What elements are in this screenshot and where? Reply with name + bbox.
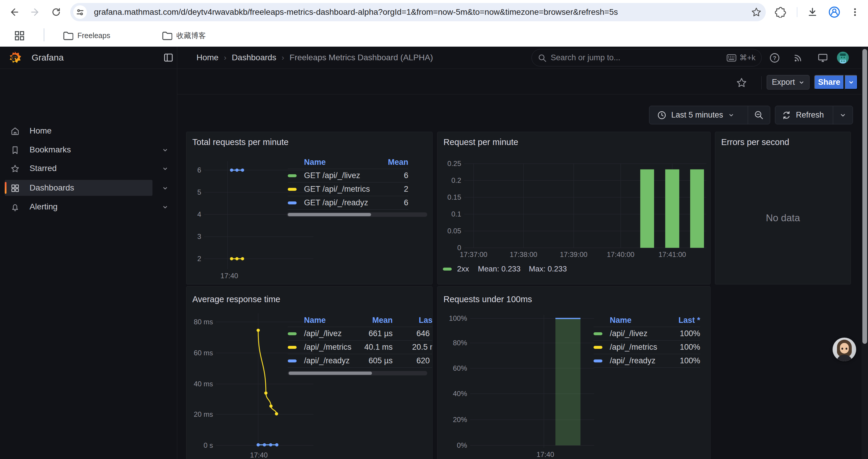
chart-requests-under-100ms: 100%80%60%40%20%0%17:40 [438,287,710,459]
brand-section: Grafana [0,47,177,68]
legend-series-label[interactable]: GET /api/_/readyz [304,196,370,209]
legend-series-last: 100% [675,327,700,340]
news-rss-icon[interactable] [792,52,804,64]
legend-series-last: 100% [675,340,700,354]
url-text[interactable]: grafana.mathmast.com/d/deytv4rwavabkb/fr… [94,3,618,21]
panel-requests-under-100ms: Requests under 100ms 100%80%60%40%20%0%1… [437,286,711,459]
legend-hscrollbar[interactable] [288,371,427,375]
browser-menu-icon[interactable] [850,5,860,19]
favorite-star-icon[interactable] [736,77,747,88]
share-menu-button[interactable] [845,75,858,90]
refresh-interval-button[interactable] [833,112,852,119]
legend-series-label[interactable]: /api/_/metrics [610,340,675,354]
user-avatar[interactable] [837,52,849,64]
bookmarks-divider [44,28,44,41]
profile-avatar-icon[interactable] [828,5,841,19]
bookmark-folder-freeleaps[interactable]: Freeleaps [58,27,115,44]
grafana-logo-icon[interactable] [8,51,22,65]
y-axis-tick: 0.15 [438,193,461,202]
panel-title[interactable]: Errors per second [721,137,789,147]
series-swatch [288,201,297,204]
floating-assistant-avatar[interactable] [833,338,856,361]
grafana-header: Grafana Home › Dashboards › Freeleaps Me… [0,47,868,69]
search-input[interactable]: Search or jump to... ⌘+k [531,49,762,66]
legend-series-last: 100% [675,354,700,367]
legend-row: 2xx Mean: 0.233 Max: 0.233 [443,264,567,273]
apps-grid-icon[interactable] [14,30,25,41]
site-settings-icon[interactable] [73,5,87,19]
legend-series-label[interactable]: /api/_/livez [610,327,675,340]
refresh-icon [782,110,791,120]
reload-icon[interactable] [49,5,63,19]
sidebar-item-alerting[interactable]: Alerting [0,199,177,215]
y-axis-tick: 0.05 [438,227,461,235]
share-button[interactable]: Share [814,75,844,90]
breadcrumb-home[interactable]: Home [196,53,219,62]
legend-series-label[interactable]: /api/_/readyz [304,354,354,367]
page-scrollbar[interactable] [862,47,868,459]
forward-icon[interactable] [29,5,42,19]
chevron-down-icon[interactable] [161,184,169,192]
panel-errors-per-second: Errors per second No data [715,132,851,285]
breadcrumb-separator: › [282,53,284,62]
legend-series-label[interactable]: GET /api/_/metrics [304,182,370,196]
zoom-out-button[interactable] [748,110,770,120]
sidebar-item-home[interactable]: Home [0,123,177,139]
grafana-app: Grafana Home › Dashboards › Freeleaps Me… [0,47,868,459]
export-button[interactable]: Export [767,75,809,90]
sidebar-toggle-icon[interactable] [162,52,174,64]
legend-header-mean[interactable]: Mean [354,314,393,327]
legend-header-last[interactable]: Last * [675,314,700,327]
series-swatch [288,359,297,362]
x-axis-tick: 17:40 [525,450,566,459]
breadcrumb-dashboards[interactable]: Dashboards [231,53,276,62]
series-swatch [288,174,297,177]
legend-series-label[interactable]: 2xx [457,264,469,273]
breadcrumb-separator: › [224,53,226,62]
scrollbar-thumb[interactable] [862,49,867,344]
legend-header-name[interactable]: Name [304,314,354,327]
legend-series-label[interactable]: /api/_/livez [304,327,354,340]
legend-series-label[interactable]: /api/_/metrics [304,340,354,354]
chevron-down-icon[interactable] [161,203,169,211]
bookmark-folder-label: 收藏博客 [176,31,206,40]
legend-hscrollbar[interactable] [287,212,427,217]
y-axis-tick: 40% [443,389,467,398]
bookmark-star-icon[interactable] [751,7,762,18]
legend-series-label[interactable]: GET /api/_/livez [304,169,370,182]
series-swatch [443,268,452,270]
back-icon[interactable] [7,5,21,19]
extensions-icon[interactable] [775,5,786,19]
time-range-group: Last 5 minutes [649,106,770,124]
legend-series-label[interactable]: /api/_/readyz [610,354,675,367]
y-axis-tick: 4 [186,210,201,219]
time-range-picker[interactable]: Last 5 minutes [649,110,748,120]
dashboard-header-border [177,94,868,95]
refresh-button[interactable]: Refresh [775,110,833,120]
y-axis-tick: 0% [443,441,467,450]
bookmark-folder-label: Freeleaps [78,31,110,40]
legend-series-mean: 6 [370,169,408,182]
legend-header-mean[interactable]: Mean [370,156,408,169]
address-bar[interactable]: grafana.mathmast.com/d/deytv4rwavabkb/fr… [70,3,766,21]
downloads-icon[interactable] [807,5,818,19]
sidebar-item-label: Dashboards [30,180,74,196]
refresh-label: Refresh [796,110,824,120]
series-swatch [288,188,297,191]
search-shortcut: ⌘+k [726,53,755,62]
sidebar-item-bookmarks[interactable]: Bookmarks [0,142,177,158]
toolbar-divider [797,7,797,17]
legend-header-last[interactable]: Last * [393,314,433,327]
legend-header-name[interactable]: Name [304,156,370,169]
chart-request-per-minute: 0.250.20.150.10.05017:37:0017:38:0017:39… [438,132,710,284]
bookmark-folder-blogs[interactable]: 收藏博客 [157,27,211,44]
sidebar-item-dashboards[interactable]: Dashboards [0,180,177,196]
chevron-down-icon[interactable] [161,146,169,154]
monitor-icon[interactable] [816,52,829,64]
legend-series-mean: 2 [370,182,408,196]
bell-icon [11,203,20,211]
help-icon[interactable]: ? [769,52,781,64]
y-axis-tick: 20% [443,415,467,424]
legend-table: Name Last * /api/_/livez 100% /api/_/met… [593,314,700,368]
legend-header-name[interactable]: Name [610,314,675,327]
